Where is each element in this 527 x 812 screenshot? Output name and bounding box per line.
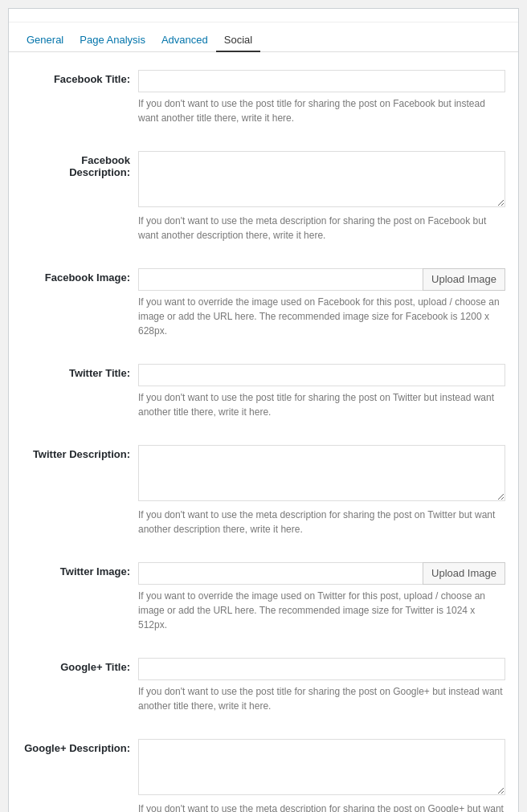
form-row-facebook-title: Facebook Title:If you don't want to use … xyxy=(22,60,505,125)
tab-social[interactable]: Social xyxy=(216,29,260,52)
form-row-twitter-title: Twitter Title:If you don't want to use t… xyxy=(22,354,505,419)
input-facebook-title[interactable] xyxy=(138,70,505,92)
field-twitter-title: If you don't want to use the post title … xyxy=(138,364,505,419)
form-row-twitter-image: Twitter Image:Upload ImageIf you want to… xyxy=(22,553,505,632)
form-row-googleplus-description: Google+ Description:If you don't want to… xyxy=(22,729,505,812)
input-googleplus-title[interactable] xyxy=(138,658,505,680)
textarea-facebook-description[interactable] xyxy=(138,151,505,207)
label-googleplus-description: Google+ Description: xyxy=(22,739,138,754)
metabox-header xyxy=(9,9,518,22)
form-content: Facebook Title:If you don't want to use … xyxy=(9,52,518,812)
help-text-facebook-title: If you don't want to use the post title … xyxy=(138,96,505,125)
help-text-facebook-image: If you want to override the image used o… xyxy=(138,295,505,338)
label-facebook-title: Facebook Title: xyxy=(22,70,138,85)
label-facebook-description: Facebook Description: xyxy=(22,151,138,178)
upload-button-facebook-image[interactable]: Upload Image xyxy=(423,268,505,291)
input-twitter-image[interactable] xyxy=(138,562,423,585)
field-googleplus-title: If you don't want to use the post title … xyxy=(138,658,505,713)
label-twitter-title: Twitter Title: xyxy=(22,364,138,379)
image-row-twitter-image: Upload Image xyxy=(138,562,505,585)
help-text-twitter-description: If you don't want to use the meta descri… xyxy=(138,508,505,537)
textarea-googleplus-description[interactable] xyxy=(138,739,505,795)
tab-advanced[interactable]: Advanced xyxy=(153,29,216,51)
field-facebook-title: If you don't want to use the post title … xyxy=(138,70,505,125)
tab-bar: GeneralPage AnalysisAdvancedSocial xyxy=(9,22,518,52)
form-row-twitter-description: Twitter Description:If you don't want to… xyxy=(22,435,505,537)
yoast-seo-metabox: GeneralPage AnalysisAdvancedSocial Faceb… xyxy=(8,8,519,812)
form-row-facebook-description: Facebook Description:If you don't want t… xyxy=(22,141,505,243)
help-text-twitter-image: If you want to override the image used o… xyxy=(138,589,505,632)
help-text-googleplus-title: If you don't want to use the post title … xyxy=(138,684,505,713)
field-googleplus-description: If you don't want to use the meta descri… xyxy=(138,739,505,812)
tab-page-analysis[interactable]: Page Analysis xyxy=(71,29,153,51)
tab-general[interactable]: General xyxy=(18,29,71,51)
label-twitter-image: Twitter Image: xyxy=(22,562,138,577)
input-twitter-title[interactable] xyxy=(138,364,505,386)
field-twitter-image: Upload ImageIf you want to override the … xyxy=(138,562,505,632)
label-facebook-image: Facebook Image: xyxy=(22,268,138,284)
upload-button-twitter-image[interactable]: Upload Image xyxy=(423,562,505,585)
form-row-googleplus-title: Google+ Title:If you don't want to use t… xyxy=(22,648,505,713)
field-facebook-description: If you don't want to use the meta descri… xyxy=(138,151,505,243)
image-row-facebook-image: Upload Image xyxy=(138,268,505,291)
field-facebook-image: Upload ImageIf you want to override the … xyxy=(138,268,505,338)
label-twitter-description: Twitter Description: xyxy=(22,445,138,460)
field-twitter-description: If you don't want to use the meta descri… xyxy=(138,445,505,537)
help-text-facebook-description: If you don't want to use the meta descri… xyxy=(138,214,505,243)
help-text-twitter-title: If you don't want to use the post title … xyxy=(138,390,505,419)
help-text-googleplus-description: If you don't want to use the meta descri… xyxy=(138,802,505,812)
input-facebook-image[interactable] xyxy=(138,268,423,291)
form-row-facebook-image: Facebook Image:Upload ImageIf you want t… xyxy=(22,259,505,338)
label-googleplus-title: Google+ Title: xyxy=(22,658,138,673)
textarea-twitter-description[interactable] xyxy=(138,445,505,501)
